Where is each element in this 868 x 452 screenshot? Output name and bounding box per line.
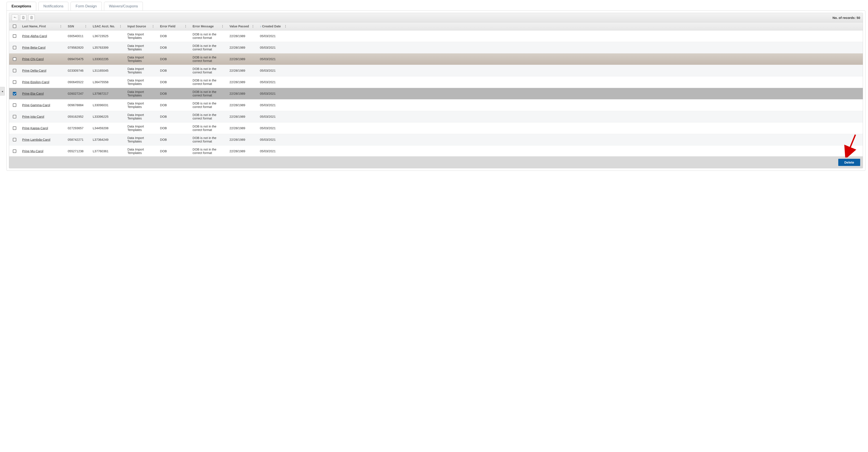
cell-lsac: L36475558 <box>91 77 125 88</box>
table-row[interactable]: Prine,Chi-Carol099470475L33302235Data Im… <box>9 54 863 65</box>
cell-error-field: DOB <box>158 88 190 99</box>
row-checkbox[interactable] <box>13 69 16 72</box>
col-error-message[interactable]: Error Message ⋮ <box>190 22 227 30</box>
row-checkbox[interactable] <box>13 149 16 153</box>
name-link[interactable]: Prine,Chi-Carol <box>22 57 44 61</box>
left-panel-toggle[interactable]: ◂ <box>0 87 5 96</box>
col-created-date[interactable]: ↓ Created Date ⋮ <box>258 22 290 30</box>
table-row[interactable]: Prine,Beta-Carol079582820L35763399Data I… <box>9 42 863 54</box>
delete-button[interactable]: Delete <box>838 159 860 166</box>
refresh-button[interactable] <box>12 14 18 21</box>
cell-error-field: DOB <box>158 146 190 156</box>
cell-error-field: DOB <box>158 65 190 76</box>
table-row[interactable]: Prine,Epsilon-Carol090645522L36475558Dat… <box>9 77 863 88</box>
row-checkbox[interactable] <box>13 57 16 61</box>
col-menu-icon[interactable]: ⋮ <box>220 25 225 28</box>
table-row[interactable]: Prine,Mu-Carol055271238L37760361Data Imp… <box>9 146 863 156</box>
cell-ssn: 027293657 <box>66 122 91 134</box>
name-link[interactable]: Prine,Iota-Carol <box>22 115 44 118</box>
table-row[interactable]: Prine,Lambda-Carol058742271L37364249Data… <box>9 134 863 146</box>
chevron-left-icon: ◂ <box>2 89 3 93</box>
cell-input-source: Data Import Templates <box>125 42 158 53</box>
name-link[interactable]: Prine,Gamma-Carol <box>22 103 50 107</box>
cell-created-date: 05/03/2021 <box>258 88 290 99</box>
file-pdf-icon <box>30 16 33 19</box>
cell-ssn: 023309746 <box>66 65 91 76</box>
col-menu-icon[interactable]: ⋮ <box>151 25 155 28</box>
col-menu-icon[interactable]: ⋮ <box>251 25 255 28</box>
cell-ssn: 009678884 <box>66 99 91 111</box>
cell-input-source: Data Import Templates <box>125 134 158 145</box>
row-checkbox[interactable] <box>13 34 16 38</box>
name-link[interactable]: Prine,Delta-Carol <box>22 69 46 72</box>
cell-created-date: 05/03/2021 <box>258 134 290 145</box>
select-all-header[interactable] <box>9 22 20 30</box>
cell-value-passed: 22/28/1989 <box>227 30 258 42</box>
name-link[interactable]: Prine,Kappa-Carol <box>22 126 48 130</box>
col-lsac-acct-no[interactable]: LSAC Acct. No. ⋮ <box>91 22 125 30</box>
record-count-label: No. of records: <box>832 16 856 20</box>
cell-value-passed: 22/28/1989 <box>227 111 258 122</box>
name-link[interactable]: Prine,Eta-Carol <box>22 92 44 95</box>
table-row[interactable]: Prine,Kappa-Carol027293657L34459208Data … <box>9 122 863 134</box>
tab-notifications[interactable]: Notifications <box>38 2 69 11</box>
cell-input-source: Data Import Templates <box>125 146 158 156</box>
name-link[interactable]: Prine,Epsilon-Carol <box>22 80 49 84</box>
col-error-field[interactable]: Error Field ⋮ <box>158 22 190 30</box>
cell-error-message: DOB is not in the correct format <box>190 146 227 156</box>
cell-input-source: Data Import Templates <box>125 54 158 65</box>
name-link[interactable]: Prine,Alpha-Carol <box>22 34 47 38</box>
table-row[interactable]: Prine,Eta-Carol026027247L37987217Data Im… <box>9 88 863 99</box>
row-checkbox[interactable] <box>13 46 16 49</box>
col-menu-icon[interactable]: ⋮ <box>83 25 88 28</box>
cell-value-passed: 22/28/1989 <box>227 42 258 53</box>
col-menu-icon[interactable]: ⋮ <box>283 25 288 28</box>
export-excel-button[interactable] <box>20 14 27 21</box>
name-link[interactable]: Prine,Beta-Carol <box>22 46 45 49</box>
sort-asc-icon: ↓ <box>260 25 261 28</box>
col-last-name-first[interactable]: Last Name, First ⋮ <box>20 22 66 30</box>
grid-body[interactable]: Prine,Alpha-Carol030540011L36723525Data … <box>9 30 863 156</box>
col-menu-icon[interactable]: ⋮ <box>58 25 63 28</box>
cell-created-date: 05/03/2021 <box>258 77 290 88</box>
row-checkbox[interactable] <box>13 138 16 142</box>
cell-ssn: 030540011 <box>66 30 91 42</box>
table-row[interactable]: Prine,Delta-Carol023309746L31165045Data … <box>9 65 863 77</box>
table-row[interactable]: Prine,Alpha-Carol030540011L36723525Data … <box>9 30 863 42</box>
tab-exceptions[interactable]: Exceptions <box>6 2 36 11</box>
cell-error-message: DOB is not in the correct format <box>190 30 227 42</box>
col-value-passed[interactable]: Value Passed ⋮ <box>227 22 258 30</box>
cell-value-passed: 22/28/1989 <box>227 99 258 111</box>
col-input-source[interactable]: Input Source ⋮ <box>125 22 158 30</box>
cell-error-message: DOB is not in the correct format <box>190 65 227 76</box>
col-menu-icon[interactable]: ⋮ <box>183 25 188 28</box>
table-row[interactable]: Prine,Iota-Carol059162952L33396225Data I… <box>9 111 863 122</box>
row-checkbox[interactable] <box>13 80 16 84</box>
row-checkbox[interactable] <box>13 115 16 118</box>
record-count-value: 50 <box>857 16 860 20</box>
row-checkbox[interactable] <box>13 103 16 107</box>
col-menu-icon[interactable]: ⋮ <box>118 25 123 28</box>
cell-input-source: Data Import Templates <box>125 99 158 111</box>
cell-ssn: 079582820 <box>66 42 91 53</box>
cell-lsac: L35763399 <box>91 42 125 53</box>
tab-form-design[interactable]: Form Design <box>70 2 102 11</box>
tab-waivers-coupons[interactable]: Waivers/Coupons <box>104 2 143 11</box>
table-row[interactable]: Prine,Gamma-Carol009678884L33096031Data … <box>9 99 863 111</box>
cell-ssn: 026027247 <box>66 88 91 99</box>
row-checkbox[interactable] <box>13 126 16 130</box>
name-link[interactable]: Prine,Mu-Carol <box>22 149 43 153</box>
cell-ssn: 055271238 <box>66 146 91 156</box>
col-spacer <box>290 22 863 30</box>
cell-error-message: DOB is not in the correct format <box>190 42 227 53</box>
export-pdf-button[interactable] <box>28 14 35 21</box>
name-link[interactable]: Prine,Lambda-Carol <box>22 138 50 142</box>
col-ssn[interactable]: SSN ⋮ <box>66 22 91 30</box>
cell-ssn: 058742271 <box>66 134 91 145</box>
cell-input-source: Data Import Templates <box>125 122 158 134</box>
select-all-checkbox[interactable] <box>13 25 16 28</box>
row-checkbox[interactable] <box>13 92 16 95</box>
cell-error-field: DOB <box>158 30 190 42</box>
cell-error-message: DOB is not in the correct format <box>190 134 227 145</box>
cell-created-date: 05/03/2021 <box>258 54 290 65</box>
